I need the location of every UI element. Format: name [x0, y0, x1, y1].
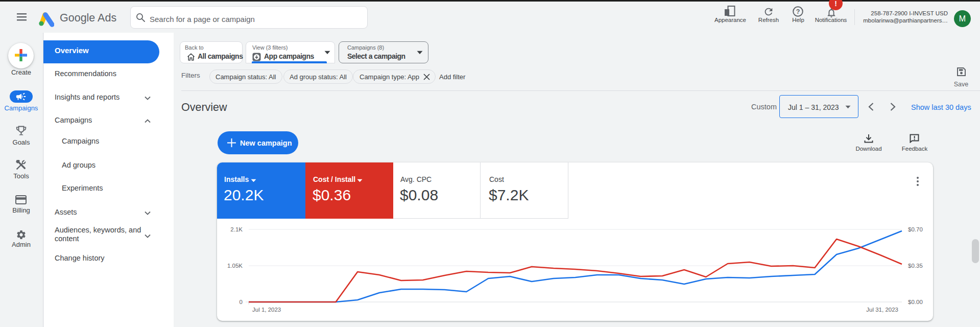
svg-text:Jul 31, 2023: Jul 31, 2023 [866, 307, 898, 313]
svg-text:Jul 1, 2023: Jul 1, 2023 [252, 307, 281, 313]
svg-text:$0.35: $0.35 [908, 263, 923, 269]
svg-text:1.05K: 1.05K [227, 263, 243, 269]
svg-text:$0.70: $0.70 [908, 226, 923, 232]
svg-text:2.1K: 2.1K [230, 226, 243, 232]
svg-text:?: ? [796, 8, 800, 15]
svg-text:0: 0 [240, 299, 243, 305]
svg-text:$0.00: $0.00 [908, 299, 923, 305]
